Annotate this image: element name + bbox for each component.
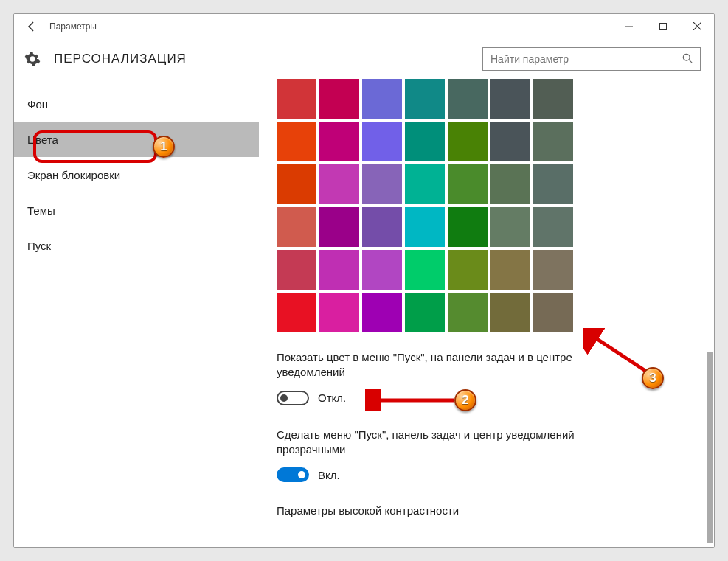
gear-icon — [23, 49, 42, 69]
color-swatch[interactable] — [448, 250, 488, 290]
color-swatch[interactable] — [533, 293, 573, 332]
color-swatch[interactable] — [362, 250, 402, 290]
color-swatch[interactable] — [405, 79, 445, 119]
sidebar-item-3[interactable]: Темы — [14, 192, 259, 228]
color-swatch[interactable] — [319, 293, 359, 332]
minimize-button[interactable] — [612, 14, 646, 38]
color-swatch[interactable] — [405, 164, 445, 204]
sidebar-item-0[interactable]: Фон — [14, 86, 259, 122]
sidebar: ФонЦветаЭкран блокировкиТемыПуск — [14, 79, 259, 547]
color-swatch[interactable] — [319, 164, 359, 204]
sidebar-item-2[interactable]: Экран блокировки — [14, 157, 259, 192]
color-swatch[interactable] — [277, 164, 316, 204]
close-button[interactable] — [680, 14, 714, 38]
svg-point-4 — [683, 54, 690, 60]
window-title: Параметры — [49, 21, 97, 32]
color-swatch[interactable] — [362, 164, 402, 204]
color-swatch[interactable] — [490, 207, 530, 247]
search-box[interactable] — [482, 47, 701, 71]
color-swatch[interactable] — [405, 207, 445, 247]
sidebar-item-1[interactable]: Цвета — [14, 122, 259, 157]
search-icon — [682, 53, 693, 66]
titlebar: Параметры — [14, 14, 714, 39]
show-color-label: Показать цвет в меню "Пуск", на панели з… — [277, 350, 586, 380]
color-swatch[interactable] — [277, 207, 316, 247]
color-swatch[interactable] — [362, 79, 402, 119]
color-swatch[interactable] — [490, 293, 530, 332]
color-swatch[interactable] — [448, 293, 488, 332]
search-input[interactable] — [490, 53, 682, 65]
scrollbar[interactable] — [704, 79, 714, 547]
sidebar-item-4[interactable]: Пуск — [14, 228, 259, 263]
transparency-state: Вкл. — [318, 469, 340, 481]
scroll-thumb[interactable] — [707, 352, 713, 543]
color-swatch[interactable] — [319, 79, 359, 119]
color-swatch[interactable] — [533, 122, 573, 161]
color-palette — [277, 79, 696, 332]
transparency-label: Сделать меню "Пуск", панель задач и цент… — [277, 428, 586, 458]
color-swatch[interactable] — [533, 207, 573, 247]
color-swatch[interactable] — [405, 122, 445, 161]
color-swatch[interactable] — [448, 164, 488, 204]
color-swatch[interactable] — [277, 293, 316, 332]
page-title: ПЕРСОНАЛИЗАЦИЯ — [54, 52, 482, 66]
page-header: ПЕРСОНАЛИЗАЦИЯ — [14, 39, 714, 79]
settings-window: Параметры ПЕРСОНАЛИЗАЦИЯ ФонЦветаЭкран б… — [13, 13, 715, 548]
maximize-button[interactable] — [646, 14, 680, 38]
high-contrast-link[interactable]: Параметры высокой контрастности — [277, 504, 696, 517]
color-swatch[interactable] — [362, 207, 402, 247]
color-swatch[interactable] — [362, 122, 402, 161]
color-swatch[interactable] — [490, 122, 530, 161]
color-swatch[interactable] — [319, 250, 359, 290]
show-color-toggle[interactable] — [277, 391, 309, 405]
transparency-toggle[interactable] — [277, 467, 309, 482]
color-swatch[interactable] — [405, 293, 445, 332]
color-swatch[interactable] — [490, 79, 530, 119]
color-swatch[interactable] — [319, 207, 359, 247]
svg-rect-1 — [660, 23, 667, 29]
color-swatch[interactable] — [277, 250, 316, 290]
color-swatch[interactable] — [448, 122, 488, 161]
svg-line-5 — [689, 60, 692, 63]
show-color-state: Откл. — [318, 391, 346, 404]
color-swatch[interactable] — [448, 79, 488, 119]
color-swatch[interactable] — [405, 250, 445, 290]
color-swatch[interactable] — [533, 250, 573, 290]
color-swatch[interactable] — [448, 207, 488, 247]
color-swatch[interactable] — [533, 79, 573, 119]
back-button[interactable] — [14, 14, 49, 38]
color-swatch[interactable] — [533, 164, 573, 204]
color-swatch[interactable] — [319, 122, 359, 161]
color-swatch[interactable] — [490, 250, 530, 290]
color-swatch[interactable] — [277, 79, 316, 119]
color-swatch[interactable] — [362, 293, 402, 332]
color-swatch[interactable] — [490, 164, 530, 204]
content-pane: Показать цвет в меню "Пуск", на панели з… — [259, 79, 714, 547]
color-swatch[interactable] — [277, 122, 316, 161]
